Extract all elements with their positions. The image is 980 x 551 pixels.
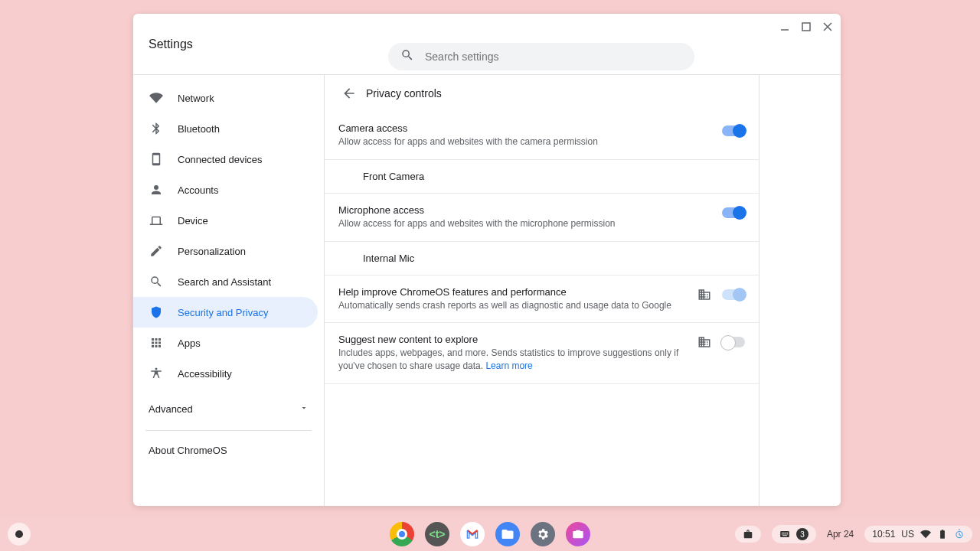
- sidebar-item-device[interactable]: Device: [133, 205, 318, 236]
- search-icon: [149, 274, 164, 289]
- app-files[interactable]: [495, 522, 520, 546]
- device-icon: [149, 152, 164, 167]
- advanced-label: Advanced: [149, 403, 193, 415]
- arrow-left-icon: [341, 86, 357, 101]
- notification-count: 3: [796, 528, 808, 540]
- setting-suggest-content: Suggest new content to explore Includes …: [325, 323, 759, 384]
- sidebar-item-accessibility[interactable]: Accessibility: [133, 358, 318, 389]
- person-icon: [149, 182, 164, 197]
- subitem-internal-mic[interactable]: Internal Mic: [325, 242, 759, 276]
- content-title: Privacy controls: [366, 87, 442, 99]
- window-body: Network Bluetooth Connected devices Acco…: [133, 75, 841, 506]
- search-icon: [400, 48, 425, 65]
- sidebar-item-label: Accounts: [178, 184, 218, 196]
- sidebar-item-label: Network: [178, 93, 214, 104]
- maximize-button[interactable]: [801, 21, 812, 32]
- launcher-icon: [15, 530, 23, 538]
- sidebar-item-label: Security and Privacy: [178, 307, 269, 318]
- setting-help-improve: Help improve ChromeOS features and perfo…: [325, 276, 759, 324]
- app-chrome[interactable]: [390, 522, 414, 546]
- managed-icon: [697, 335, 711, 349]
- bluetooth-icon: [149, 121, 164, 136]
- toggle-microphone[interactable]: [722, 207, 745, 218]
- app-terminal[interactable]: <t>: [425, 522, 449, 546]
- date-label[interactable]: Apr 24: [827, 529, 854, 540]
- launcher-button[interactable]: [8, 523, 31, 546]
- sidebar: Network Bluetooth Connected devices Acco…: [133, 75, 325, 506]
- sidebar-about[interactable]: About ChromeOS: [133, 437, 324, 464]
- sidebar-item-apps[interactable]: Apps: [133, 328, 318, 358]
- sidebar-item-label: Connected devices: [178, 154, 263, 165]
- tote-indicator[interactable]: [735, 526, 761, 543]
- minimize-button[interactable]: [779, 21, 790, 32]
- sidebar-item-label: Search and Assistant: [178, 276, 271, 288]
- status-tray[interactable]: 10:51 US: [864, 526, 972, 543]
- subitem-front-camera[interactable]: Front Camera: [325, 160, 759, 194]
- sidebar-item-label: Bluetooth: [178, 123, 220, 135]
- setting-microphone-access: Microphone access Allow access for apps …: [325, 194, 759, 242]
- app-gmail[interactable]: [460, 522, 485, 546]
- keyboard-icon: [779, 529, 790, 540]
- shield-icon: [149, 305, 164, 320]
- setting-camera-access: Camera access Allow access for apps and …: [325, 112, 759, 160]
- toggle-help-improve[interactable]: [722, 289, 745, 300]
- shelf: <t> 3 Apr 24 10:51 US: [0, 517, 980, 551]
- setting-title: Microphone access: [338, 204, 722, 216]
- shelf-status-area: 3 Apr 24 10:51 US: [735, 525, 972, 543]
- titlebar: Settings: [133, 14, 841, 75]
- shelf-apps: <t>: [390, 522, 590, 546]
- setting-title: Help improve ChromeOS features and perfo…: [338, 286, 697, 298]
- sidebar-item-connected-devices[interactable]: Connected devices: [133, 144, 318, 174]
- about-label: About ChromeOS: [149, 445, 227, 456]
- toggle-suggest-content[interactable]: [722, 337, 745, 347]
- svg-rect-1: [802, 23, 810, 31]
- managed-icon: [697, 288, 711, 302]
- input-indicator[interactable]: 3: [772, 525, 816, 543]
- time-label: 10:51: [872, 529, 895, 540]
- settings-window: Settings Network Bluetooth Connected dev…: [133, 14, 841, 506]
- battery-icon: [937, 529, 948, 540]
- accessibility-icon: [149, 366, 164, 381]
- sidebar-item-label: Accessibility: [178, 368, 232, 380]
- content-panel: Privacy controls Camera access Allow acc…: [325, 75, 760, 506]
- sidebar-advanced[interactable]: Advanced: [133, 393, 324, 424]
- sidebar-item-accounts[interactable]: Accounts: [133, 174, 318, 205]
- laptop-icon: [149, 213, 164, 228]
- tote-icon: [743, 529, 753, 540]
- app-title: Settings: [149, 37, 193, 51]
- window-controls: [779, 21, 833, 32]
- app-camera[interactable]: [566, 522, 590, 546]
- sidebar-item-label: Device: [178, 215, 208, 227]
- sidebar-item-personalization[interactable]: Personalization: [133, 236, 318, 266]
- setting-title: Camera access: [338, 122, 722, 134]
- search-bar[interactable]: [388, 43, 694, 70]
- wifi-icon: [920, 529, 931, 540]
- setting-desc: Allow access for apps and websites with …: [338, 135, 722, 148]
- sidebar-item-label: Apps: [178, 337, 201, 349]
- apps-icon: [149, 335, 164, 350]
- content-header: Privacy controls: [325, 75, 759, 112]
- close-button[interactable]: [822, 21, 833, 32]
- wifi-icon: [149, 90, 164, 106]
- locale-label: US: [901, 529, 914, 540]
- setting-desc: Allow access for apps and websites with …: [338, 217, 722, 230]
- sidebar-item-search-assistant[interactable]: Search and Assistant: [133, 266, 318, 297]
- app-settings[interactable]: [531, 522, 555, 546]
- sidebar-item-security-privacy[interactable]: Security and Privacy: [133, 297, 318, 328]
- learn-more-link[interactable]: Learn more: [485, 360, 532, 371]
- sidebar-item-label: Personalization: [178, 246, 246, 257]
- back-button[interactable]: [338, 83, 360, 104]
- sidebar-separator: [145, 430, 312, 431]
- chevron-down-icon: [299, 403, 309, 415]
- sidebar-item-bluetooth[interactable]: Bluetooth: [133, 113, 318, 144]
- setting-title: Suggest new content to explore: [338, 334, 697, 345]
- setting-desc: Automatically sends crash reports as wel…: [338, 299, 697, 312]
- sidebar-item-network[interactable]: Network: [133, 83, 318, 113]
- timer-icon: [954, 529, 965, 540]
- setting-desc: Includes apps, webpages, and more. Sends…: [338, 347, 697, 373]
- edit-icon: [149, 243, 164, 259]
- search-input[interactable]: [425, 51, 682, 63]
- toggle-camera[interactable]: [722, 126, 745, 136]
